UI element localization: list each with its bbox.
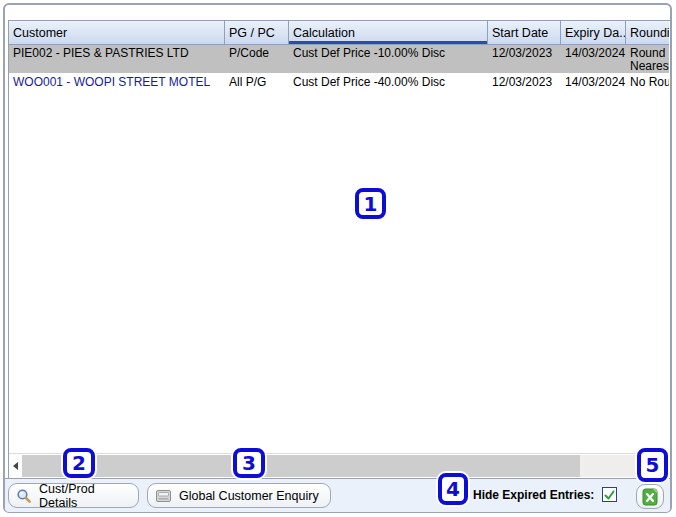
sort-indicator xyxy=(289,41,487,44)
cell-expiry-date: 14/03/2024 xyxy=(561,45,626,73)
cell-expiry-date: 14/03/2024 xyxy=(561,73,626,95)
excel-export-button[interactable] xyxy=(636,484,664,509)
cell-start-date: 12/03/2023 xyxy=(488,45,561,73)
scrollbar-track[interactable] xyxy=(22,455,669,477)
cell-customer: WOO001 - WOOPI STREET MOTEL xyxy=(9,73,225,95)
column-header-calculation[interactable]: Calculation xyxy=(289,21,488,44)
cell-pg-pc: All P/G xyxy=(225,73,289,95)
cust-prod-details-button[interactable]: Cust/Prod Details xyxy=(8,483,139,508)
column-header-expiry-date[interactable]: Expiry Da... xyxy=(561,21,626,44)
column-header-label: Expiry Da... xyxy=(565,26,626,40)
column-header-label: Customer xyxy=(13,26,67,40)
cell-rounding: No Rounding xyxy=(626,73,669,95)
till-icon xyxy=(155,488,172,504)
cell-pg-pc: P/Code xyxy=(225,45,289,73)
scrollbar-thumb[interactable] xyxy=(22,455,580,477)
column-header-start-date[interactable]: Start Date xyxy=(488,21,561,44)
cell-start-date: 12/03/2023 xyxy=(488,73,561,95)
column-header-label: Start Date xyxy=(492,26,548,40)
annotation-badge-2: 2 xyxy=(63,448,95,478)
global-customer-enquiry-button[interactable]: Global Customer Enquiry xyxy=(147,483,331,508)
cust-prod-details-label: Cust/Prod Details xyxy=(39,482,128,510)
horizontal-scrollbar xyxy=(9,453,669,478)
hide-expired-entries-label: Hide Expired Entries: xyxy=(473,488,594,502)
column-header-label: Calculation xyxy=(293,26,355,40)
column-header-pg-pc[interactable]: PG / PC xyxy=(225,21,289,44)
column-header-customer[interactable]: Customer xyxy=(9,21,225,44)
pricing-entries-panel: Customer PG / PC Calculation Start Date … xyxy=(0,0,676,517)
excel-icon xyxy=(642,488,658,506)
table-row[interactable]: WOO001 - WOOPI STREET MOTEL All P/G Cust… xyxy=(9,73,669,95)
cell-rounding: Round Nearest xyxy=(626,45,669,73)
cell-calculation: Cust Def Price -10.00% Disc xyxy=(289,45,488,73)
annotation-badge-5: 5 xyxy=(637,448,668,482)
table-row[interactable]: PIE002 - PIES & PASTRIES LTD P/Code Cust… xyxy=(9,45,669,73)
column-header-rounding[interactable]: Rounding xyxy=(626,21,669,44)
grid-header-row: Customer PG / PC Calculation Start Date … xyxy=(9,21,669,45)
column-header-label: PG / PC xyxy=(229,26,275,40)
annotation-badge-4: 4 xyxy=(438,473,468,505)
magnifier-icon xyxy=(16,488,32,504)
annotation-badge-3: 3 xyxy=(233,448,265,478)
checkmark-icon xyxy=(603,489,616,502)
hide-expired-checkbox[interactable] xyxy=(602,487,617,502)
global-customer-enquiry-label: Global Customer Enquiry xyxy=(179,489,319,503)
pricing-grid: Customer PG / PC Calculation Start Date … xyxy=(8,20,671,479)
cell-calculation: Cust Def Price -40.00% Disc xyxy=(289,73,488,95)
annotation-badge-1: 1 xyxy=(355,188,386,219)
left-arrow-icon[interactable] xyxy=(9,454,22,478)
cell-customer: PIE002 - PIES & PASTRIES LTD xyxy=(9,45,225,73)
column-header-label: Rounding xyxy=(630,26,669,40)
